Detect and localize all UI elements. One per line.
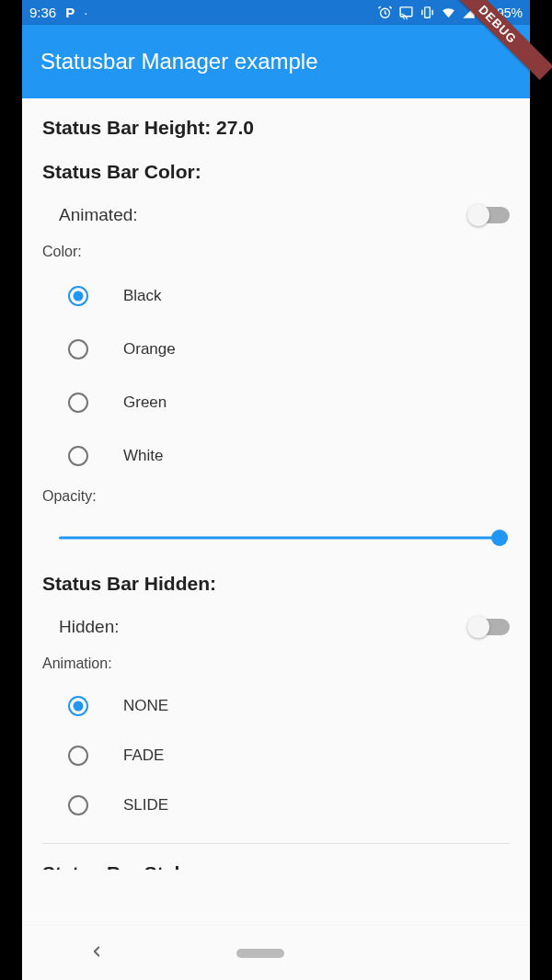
radio-label: FADE xyxy=(123,746,164,765)
radio-icon xyxy=(68,696,88,716)
radio-icon xyxy=(68,746,88,766)
animated-switch[interactable] xyxy=(469,207,510,223)
radio-label: Green xyxy=(123,393,167,412)
radio-icon xyxy=(68,393,88,413)
hidden-switch[interactable] xyxy=(469,619,510,635)
color-label: Color: xyxy=(42,244,510,260)
status-bar-height-label: Status Bar Height: 27.0 xyxy=(42,117,510,139)
cast-icon xyxy=(398,5,414,20)
animation-option-fade[interactable]: FADE xyxy=(68,731,510,781)
section-style-title-cutoff: Status Bar Style: xyxy=(42,860,510,870)
animation-option-slide[interactable]: SLIDE xyxy=(68,781,510,830)
color-option-green[interactable]: Green xyxy=(68,376,510,429)
animation-label: Animation: xyxy=(42,655,510,672)
radio-label: Orange xyxy=(123,340,176,359)
system-status-bar: 9:36 P · 95% xyxy=(22,0,530,25)
nav-back-button[interactable] xyxy=(88,943,105,963)
animation-option-none[interactable]: NONE xyxy=(68,681,510,731)
nav-home-pill[interactable] xyxy=(236,949,284,958)
color-option-white[interactable]: White xyxy=(68,429,510,483)
wifi-icon xyxy=(441,5,456,20)
system-nav-bar xyxy=(22,925,530,980)
radio-label: White xyxy=(123,447,163,465)
svg-rect-1 xyxy=(400,7,412,17)
svg-rect-2 xyxy=(425,7,431,17)
pandora-app-icon: P xyxy=(65,5,75,20)
opacity-slider[interactable] xyxy=(59,529,506,547)
vibrate-icon xyxy=(420,5,435,20)
radio-label: Black xyxy=(123,287,162,305)
color-option-orange[interactable]: Orange xyxy=(68,323,510,376)
section-hidden-title: Status Bar Hidden: xyxy=(42,573,510,595)
radio-label: SLIDE xyxy=(123,796,168,815)
app-title: Statusbar Manager example xyxy=(40,49,318,74)
alarm-icon xyxy=(377,5,393,20)
animated-label: Animated: xyxy=(59,205,138,225)
opacity-label: Opacity: xyxy=(42,488,510,505)
color-option-black[interactable]: Black xyxy=(68,269,510,323)
color-radio-group: Black Orange Green White xyxy=(42,269,510,483)
radio-icon xyxy=(68,286,88,306)
status-time: 9:36 xyxy=(29,5,56,20)
radio-icon xyxy=(68,446,88,466)
hidden-label: Hidden: xyxy=(59,617,120,637)
divider xyxy=(42,843,510,844)
radio-icon xyxy=(68,339,88,359)
section-color-title: Status Bar Color: xyxy=(42,161,510,183)
hidden-row: Hidden: xyxy=(42,613,510,655)
animation-radio-group: NONE FADE SLIDE xyxy=(42,681,510,830)
radio-label: NONE xyxy=(123,697,168,715)
dot-icon: · xyxy=(84,5,87,20)
app-bar: Statusbar Manager example xyxy=(22,25,530,98)
animated-row: Animated: xyxy=(42,201,510,244)
main-content: Status Bar Height: 27.0 Status Bar Color… xyxy=(22,98,530,925)
radio-icon xyxy=(68,795,88,815)
